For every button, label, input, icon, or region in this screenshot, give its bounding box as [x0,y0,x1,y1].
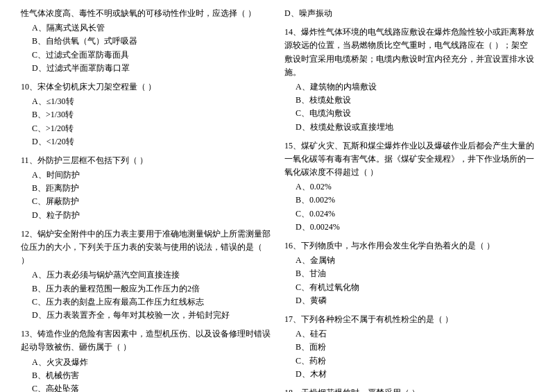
q11-option-a: A、时间防护 [21,169,271,182]
q16-option-a: A、金属钠 [284,254,534,267]
q17-option-c: C、药粉 [284,355,534,368]
columns: 性气体浓度高、毒性不明或缺氧的可移动性作业时，应选择（ ） A、隔离式送风长管 … [21,7,534,392]
question-18: 18、干燥烟花爆竹时，严禁采用（ ） A、蒸汽干燥 [284,386,534,392]
q12-option-c: C、压力表的刻盘上应有最高工作压力红线标志 [21,296,271,309]
q11-option-c: C、屏蔽防护 [21,195,271,208]
question-15: 15、煤矿火灾、瓦斯和煤尘爆炸作业以及爆破作业后都会产生大量的一氧化碳等有毒有害… [284,139,534,234]
q14-option-d: D、枝缆处敷设或直接埋地 [284,121,534,134]
q13-option-c: C、高处坠落 [21,382,271,392]
option-b: B、自给供氧（气）式呼吸器 [21,35,271,48]
q15-option-a: A、0.02% [284,180,534,194]
question-18-title: 18、干燥烟花爆竹时，严禁采用（ ） [284,386,534,392]
question-16: 16、下列物质中，与水作用会发生化学自热着火的是（ ） A、金属钠 B、甘油 C… [284,239,534,307]
q10-option-c: C、>1/20转 [21,122,271,135]
q13-option-a: A、火灾及爆炸 [21,356,271,369]
question-11: 11、外防护三层框不包括下列（ ） A、时间防护 B、距离防护 C、屏蔽防护 D… [21,154,271,222]
question-10-title: 10、宋体全切机床大刀架空程量（ ） [21,80,271,94]
question-intro-title: 性气体浓度高、毒性不明或缺氧的可移动性作业时，应选择（ ） [21,7,271,20]
question-16-title: 16、下列物质中，与水作用会发生化学自热着火的是（ ） [284,239,534,253]
question-10: 10、宋体全切机床大刀架空程量（ ） A、≤1/30转 B、>1/30转 C、>… [21,80,271,148]
q11-option-b: B、距离防护 [21,182,271,195]
q16-option-c: C、有机过氧化物 [284,281,534,294]
q17-option-b: B、面粉 [284,341,534,354]
q12-option-d: D、压力表装置齐全，每年对其校验一次，并铅封完好 [21,309,271,322]
q15-option-b: B、0.002% [284,194,534,207]
q13-option-b: B、机械伤害 [21,369,271,382]
question-17: 17、下列各种粉尘不属于有机性粉尘的是（ ） A、硅石 B、面粉 C、药粉 D、… [284,313,534,381]
q14-option-c: C、电缆沟敷设 [284,107,534,120]
question-15-title: 15、煤矿火灾、瓦斯和煤尘爆炸作业以及爆破作业后都会产生大量的一氧化碳等有毒有害… [284,139,534,180]
question-17-title: 17、下列各种粉尘不属于有机性粉尘的是（ ） [284,313,534,326]
q10-option-d: D、<1/20转 [21,135,271,148]
q14-option-b: B、枝缆处敷设 [284,94,534,107]
option-a: A、隔离式送风长管 [21,22,271,35]
q10-option-a: A、≤1/30转 [21,95,271,108]
option-d: D、过滤式半面罩防毒口罩 [21,62,271,75]
q15-option-c: C、0.024% [284,207,534,221]
q12-option-a: A、压力表必须与锅炉蒸汽空间直接连接 [21,269,271,282]
question-13: 13、铸造作业的危险有害因素中，造型机压伤、以及设备修理时错误起动导致被伤、砸伤… [21,327,271,392]
question-intro: 性气体浓度高、毒性不明或缺氧的可移动性作业时，应选择（ ） A、隔离式送风长管 … [21,7,271,75]
option-c: C、过滤式全面罩防毒面具 [21,49,271,62]
question-11-title: 11、外防护三层框不包括下列（ ） [21,154,271,167]
q16-option-d: D、黄磷 [284,294,534,307]
q17-option-a: A、硅石 [284,327,534,341]
right-d-option: D、噪声振动 [284,7,534,20]
q12-option-b: B、压力表的量程范围一般应为工作压力的2倍 [21,282,271,296]
question-12: 12、锅炉安全附件中的压力表主要用于准确地测量锅炉上所需测量部位压力的大小，下列… [21,228,271,322]
q11-option-d: D、粒子防护 [21,209,271,222]
question-14: 14、爆炸性气体环境的电气线路应敷设在爆炸危险性较小或距离释放源较远的位置，当易… [284,26,534,134]
q16-option-b: B、甘油 [284,267,534,280]
right-d-title: D、噪声振动 [284,7,534,20]
page-container: 性气体浓度高、毒性不明或缺氧的可移动性作业时，应选择（ ） A、隔离式送风长管 … [21,7,534,392]
left-column: 性气体浓度高、毒性不明或缺氧的可移动性作业时，应选择（ ） A、隔离式送风长管 … [21,7,271,392]
right-column: D、噪声振动 14、爆炸性气体环境的电气线路应敷设在爆炸危险性较小或距离释放源较… [284,7,534,392]
q14-option-a: A、建筑物的内墙敷设 [284,80,534,94]
question-14-title: 14、爆炸性气体环境的电气线路应敷设在爆炸危险性较小或距离释放源较远的位置，当易… [284,26,534,79]
question-13-title: 13、铸造作业的危险有害因素中，造型机压伤、以及设备修理时错误起动导致被伤、砸伤… [21,327,271,354]
question-12-title: 12、锅炉安全附件中的压力表主要用于准确地测量锅炉上所需测量部位压力的大小，下列… [21,228,271,268]
q10-option-b: B、>1/30转 [21,108,271,121]
q15-option-d: D、0.0024% [284,221,534,234]
q17-option-d: D、木材 [284,368,534,381]
